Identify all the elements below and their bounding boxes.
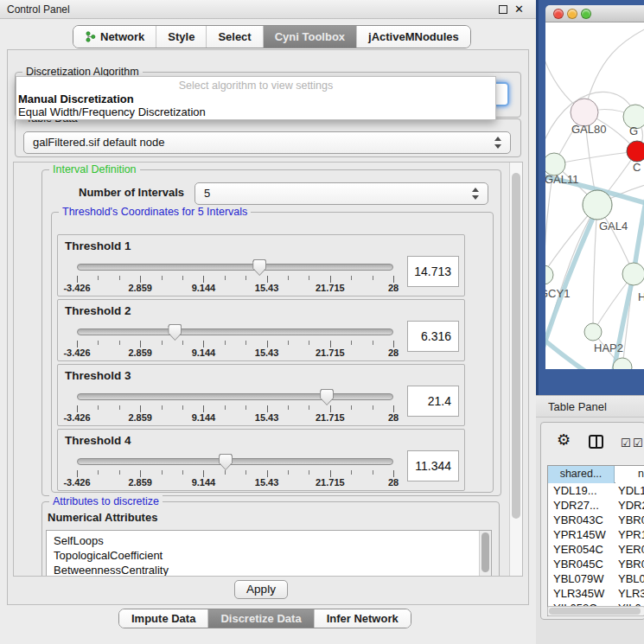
tab-impute-data-label: Impute Data [131, 612, 195, 625]
right-region: GAL80GCGAL11GAL4GCY1HHAP2 Table Panel ⚙ … [536, 0, 644, 644]
network-edge[interactable] [584, 27, 644, 112]
slider-thumb[interactable] [219, 454, 233, 470]
slider-thumb[interactable] [168, 324, 182, 341]
slider-track[interactable] [77, 328, 393, 335]
slider-track[interactable] [77, 393, 393, 400]
tick-mark [330, 276, 331, 283]
cell-name[interactable]: YER0 [618, 542, 644, 557]
cell-shared-name[interactable]: YBR045C [553, 557, 603, 571]
column-header-name[interactable]: n [615, 466, 644, 483]
network-edge-highlighted[interactable] [634, 168, 644, 274]
attribute-list-item[interactable]: TopologicalCoefficient [54, 548, 491, 563]
tick-mark [245, 341, 246, 345]
network-node-c[interactable] [627, 141, 644, 162]
combo-stepper-icon[interactable] [472, 188, 480, 200]
table-horizontal-scrollbar[interactable] [547, 606, 644, 616]
mac-minimize-button[interactable] [567, 9, 577, 19]
threshold-value-field[interactable]: 21.4 [407, 386, 459, 417]
table-row[interactable]: YER054CYER0 [548, 542, 644, 557]
float-window-icon[interactable] [499, 5, 507, 14]
cell-name[interactable]: YLR3 [618, 586, 644, 601]
threshold-slider[interactable] [77, 324, 393, 341]
attribute-list-item[interactable]: SelfLoops [54, 533, 491, 548]
checkbox-icon[interactable]: ☑ [621, 437, 631, 450]
apply-button[interactable]: Apply [234, 580, 288, 599]
network-edge[interactable] [554, 151, 637, 164]
cell-name[interactable]: YBL0 [618, 571, 644, 586]
table-row[interactable]: YDR27...YDR2 [548, 498, 644, 513]
table-row[interactable]: YLR345WYLR3 [548, 586, 644, 601]
threshold-value-field[interactable]: 6.316 [407, 321, 459, 352]
scrollbar-thumb[interactable] [512, 173, 520, 519]
tab-cyni-toolbox[interactable]: Cyni Toolbox [264, 26, 357, 48]
cell-shared-name[interactable]: YPR145W [553, 527, 606, 542]
cell-shared-name[interactable]: YDR27... [553, 498, 599, 513]
network-graph[interactable]: GAL80GCGAL11GAL4GCY1HHAP2 [545, 22, 644, 369]
columns-icon[interactable] [589, 435, 603, 449]
attributes-list-scrollbar[interactable] [479, 531, 491, 577]
combo-stepper-icon[interactable] [494, 137, 502, 149]
cell-shared-name[interactable]: YBL079W [553, 571, 604, 586]
table-row[interactable]: YBR043CYBR0 [548, 513, 644, 527]
threshold-label: Threshold 2 [65, 304, 131, 317]
threshold-value-field[interactable]: 11.344 [407, 450, 459, 481]
table-data-select[interactable]: galFiltered.sif default node [23, 131, 511, 154]
threshold-slider[interactable] [77, 454, 393, 470]
network-edge[interactable] [593, 205, 597, 332]
tick-mark [373, 405, 373, 410]
threshold-slider[interactable] [77, 259, 393, 276]
mac-zoom-button[interactable] [581, 9, 591, 19]
algorithm-placeholder-option[interactable]: Select algorithm to view settings [16, 77, 495, 92]
slider-track[interactable] [77, 264, 393, 271]
tab-infer-network[interactable]: Infer Network [315, 609, 411, 628]
tab-style[interactable]: Style [156, 26, 207, 48]
threshold-slider[interactable] [77, 389, 393, 405]
tab-jactivemnodules[interactable]: jActiveMNodules [357, 26, 470, 48]
cell-shared-name[interactable]: YDL19... [553, 483, 597, 498]
scrollbar-thumb[interactable] [481, 532, 489, 572]
mac-close-button[interactable] [553, 9, 564, 19]
column-header-shared-name[interactable]: shared... [548, 466, 615, 483]
cell-shared-name[interactable]: YBR043C [553, 513, 603, 527]
table-row[interactable]: YDL19...YDL1 [548, 483, 644, 498]
table-row[interactable]: YBR045CYBR0 [548, 557, 644, 571]
threshold-value-field[interactable]: 14.713 [407, 256, 459, 287]
table-row[interactable]: YBL079WYBL0 [548, 571, 644, 586]
slider-track[interactable] [77, 458, 393, 465]
numerical-attributes-list[interactable]: SelfLoopsTopologicalCoefficientBetweenne… [46, 530, 492, 577]
viewport-scrollbar[interactable] [509, 163, 522, 576]
network-edge-highlighted[interactable] [609, 274, 634, 369]
gear-icon[interactable]: ⚙ [557, 431, 571, 449]
cell-name[interactable]: YPR1 [618, 527, 644, 542]
network-node-h[interactable] [622, 263, 644, 285]
cell-name[interactable]: YDR2 [618, 498, 644, 513]
tick-label: 21.715 [316, 348, 345, 358]
table-row[interactable]: YPR145WYPR1 [548, 527, 644, 542]
scrollbar-thumb[interactable] [549, 608, 641, 615]
network-node-gcy1[interactable] [545, 265, 553, 284]
slider-thumb[interactable] [320, 389, 334, 405]
cell-name[interactable]: YDL1 [618, 483, 644, 498]
algorithm-option-manual[interactable]: Manual Discretization [16, 92, 495, 105]
numerical-attributes-label: Numerical Attributes [48, 511, 157, 524]
cell-name[interactable]: YBR0 [618, 557, 644, 571]
network-canvas[interactable]: GAL80GCGAL11GAL4GCY1HHAP2 [545, 22, 644, 369]
node-label: GAL11 [545, 173, 579, 186]
attribute-list-item[interactable]: BetweennessCentrality [54, 563, 491, 577]
cell-name[interactable]: YBR0 [618, 513, 644, 527]
tab-select[interactable]: Select [207, 26, 263, 48]
tick-mark [225, 276, 226, 280]
close-icon[interactable]: ✕ [514, 3, 524, 16]
tab-impute-data[interactable]: Impute Data [119, 609, 208, 628]
cell-shared-name[interactable]: YLR345W [553, 586, 604, 601]
algorithm-option-equal-width[interactable]: Equal Width/Frequency Discretization [16, 105, 495, 118]
tab-network[interactable]: Network [73, 26, 156, 48]
attributes-group-title: Attributes to discretize [49, 495, 163, 507]
checkbox-icon[interactable]: ☑ [633, 437, 643, 450]
tab-discretize-data[interactable]: Discretize Data [208, 609, 314, 628]
number-of-intervals-select[interactable]: 5 [194, 182, 488, 205]
slider-thumb[interactable] [252, 259, 266, 276]
cell-shared-name[interactable]: YER054C [553, 542, 603, 557]
network-node-hap2[interactable] [584, 323, 602, 341]
network-node-gal4[interactable] [583, 190, 612, 220]
